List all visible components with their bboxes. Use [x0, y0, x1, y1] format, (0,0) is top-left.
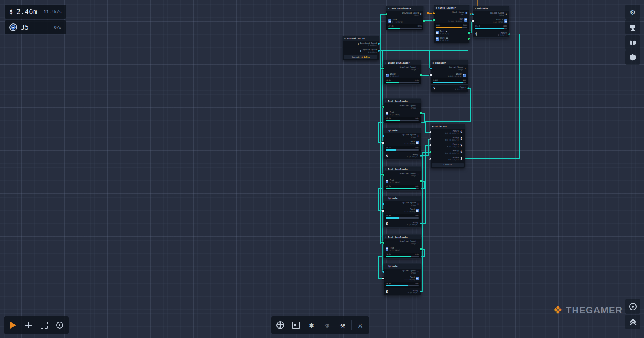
image-glyph [386, 74, 389, 77]
globe-icon [276, 321, 284, 329]
output-port[interactable] [468, 38, 470, 40]
input-port[interactable] [472, 20, 474, 22]
collapse-button[interactable] [625, 315, 640, 329]
input-port[interactable] [382, 135, 384, 137]
node-uploader-4[interactable]: ↥UploaderUpload Speed1Mbps↥Text1 (1.8k/s… [384, 196, 421, 227]
network-tab-button[interactable] [273, 318, 287, 332]
doc-icon [386, 247, 388, 251]
settings-button[interactable]: ⚙ [625, 5, 640, 20]
progress-row: 69.8k100k [384, 282, 421, 288]
research-tab-button[interactable]: ⚗ [320, 318, 334, 332]
upgrade-button[interactable]: Upgrade$ 2.50m [344, 55, 377, 59]
tools-tab-button[interactable]: ⚒ [336, 318, 350, 332]
download-icon: ↧ [358, 43, 359, 46]
node-text-downloader-4[interactable]: ↧Text DownloaderDownload Speed1Mbps↧Text… [384, 235, 421, 258]
input-port[interactable] [472, 13, 474, 15]
node-row-Download Speed: Download Speed1Mbps↧ [386, 11, 423, 18]
row-text: Text3.38k (1.0k/s) [448, 18, 463, 22]
cooling-tab-button[interactable]: ✽ [304, 318, 318, 332]
progress-row: 91.7k100k [384, 185, 421, 190]
node-virus-scanner[interactable]: ◉Virus ScannerClock Speed2GHz▦Text3.38k … [434, 5, 469, 43]
collector-icon: ◈ [432, 125, 434, 128]
input-port[interactable] [382, 271, 384, 273]
move-tool-button[interactable] [21, 318, 36, 332]
row-value: 1.16k (6.4/s) [448, 75, 462, 77]
button-label: Upgrade [352, 56, 360, 58]
progress-fill [386, 217, 399, 219]
modules-button[interactable] [625, 50, 640, 65]
upload-icon: ↥ [417, 270, 419, 273]
row-text: Text ◆1.5k (5/s) [493, 19, 503, 23]
row-text: Money0 (1.04k/s) [390, 154, 418, 158]
download-glyph: ↧ [417, 67, 419, 70]
input-port[interactable] [382, 68, 384, 69]
input-port[interactable] [382, 242, 384, 244]
battle-tab-button[interactable]: ⚔ [353, 318, 367, 332]
input-port[interactable] [430, 74, 432, 76]
marquee-icon [41, 322, 48, 329]
input-port[interactable] [382, 142, 384, 144]
output-port[interactable] [378, 43, 380, 45]
output-port[interactable] [420, 74, 422, 76]
row-text: Text ◆◆0 (0.3/s) [440, 37, 449, 41]
input-port[interactable] [385, 13, 387, 15]
input-port[interactable] [382, 203, 384, 205]
graph-canvas[interactable]: ⊕Network Nv.14↧Download Speed1.00Mbps↥Up… [0, 0, 644, 338]
file-glyph [436, 37, 439, 41]
node-row-Text: Text1 (1.0k/s) [384, 275, 421, 282]
output-port[interactable] [423, 20, 425, 22]
recenter-button[interactable] [625, 299, 640, 314]
input-port[interactable] [430, 68, 432, 69]
node-uploader-3[interactable]: ↥UploaderUpload Speed1Mbps↥Text1 (1.1k/s… [384, 128, 421, 159]
wire [378, 122, 379, 143]
node-uploader-1[interactable]: ↥UploaderUpload Speed1Mbps↥Text ◆1.5k (5… [473, 6, 509, 37]
node-network[interactable]: ⊕Network Nv.14↧Download Speed1.00Mbps↥Up… [343, 36, 379, 60]
node-text-downloader-3[interactable]: ↧Text DownloaderDownload Speed1Mbps↧Text… [384, 167, 421, 190]
button-row: Upgrade$ 2.50m [343, 54, 379, 60]
node-uploader-5[interactable]: ↥UploaderUpload Speed1Mbps↥Text1 (1.0k/s… [384, 264, 421, 295]
output-port[interactable] [420, 112, 422, 114]
progress-fill [433, 82, 463, 83]
progress-current: 91.7k [386, 186, 391, 188]
download-glyph: ↧ [417, 241, 419, 244]
input-port[interactable] [382, 278, 384, 279]
progress-max: 10k [463, 80, 466, 82]
codex-button[interactable] [625, 35, 640, 50]
wire [425, 121, 426, 133]
focus-tool-button[interactable] [53, 318, 67, 332]
node-collector[interactable]: ◈CollectorMoney44k (1.04k/s)$Money41k (1… [431, 124, 465, 168]
input-port[interactable] [382, 106, 384, 108]
output-port[interactable] [468, 32, 470, 34]
input-port[interactable] [433, 12, 435, 14]
output-port[interactable] [378, 50, 380, 52]
row-text: Upload Speed1Mbps [490, 12, 504, 16]
upload-glyph: ↥ [464, 67, 466, 70]
output-port[interactable] [420, 180, 422, 182]
hardware-tab-button[interactable] [289, 318, 303, 332]
input-port[interactable] [433, 19, 435, 21]
input-port[interactable] [382, 210, 384, 212]
row-text: Money44k (1.04k/s) [433, 130, 459, 134]
node-row-Image: Image0 (6.4/s) [384, 72, 421, 78]
row-text: Text0 (1.0k/s) [390, 247, 400, 251]
node-header: ↥Uploader [384, 196, 421, 201]
achievements-button[interactable] [625, 20, 640, 34]
progress-fill [388, 28, 400, 29]
collect-button[interactable]: Collect [432, 163, 464, 167]
input-port[interactable] [382, 174, 384, 176]
money-row: $Money0 (1.84k/s) [384, 220, 421, 227]
circle-dot-icon [56, 322, 63, 329]
select-tool-button[interactable] [6, 318, 20, 332]
node-text-downloader-2[interactable]: ↧Text DownloaderDownload Speed1Mbps↧Text… [384, 99, 421, 123]
progress-row: 40.4k100k [384, 214, 421, 220]
node-row-Text: Text0 (1.0k/s) [386, 18, 423, 24]
wire [428, 139, 429, 156]
node-row-Image: Image1.16k (6.4/s) [431, 72, 468, 78]
node-uploader-2[interactable]: ↥UploaderUpload Speed1Mbps↥Image1.16k (6… [431, 60, 468, 92]
node-text-downloader-1[interactable]: ↧Text DownloaderDownload Speed1Mbps↧Text… [386, 6, 423, 30]
output-port[interactable] [420, 248, 422, 250]
chevrons-up-icon [630, 319, 635, 325]
node-header: ⊕Network Nv.14 [343, 36, 379, 41]
marquee-tool-button[interactable] [37, 318, 51, 332]
node-image-downloader[interactable]: ↧Image DownloaderDownload Speed1Mbps↧Ima… [384, 60, 421, 84]
